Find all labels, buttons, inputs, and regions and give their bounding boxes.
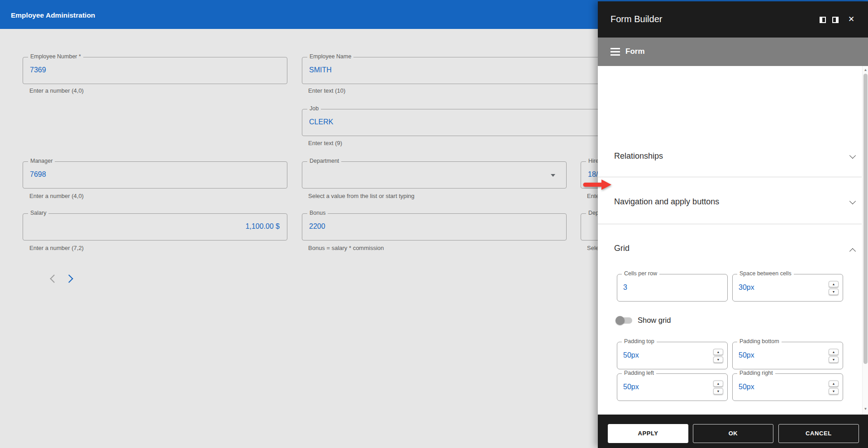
close-icon[interactable]: ✕ bbox=[846, 14, 856, 24]
manager-hint: Enter a number (4,0) bbox=[29, 193, 84, 199]
prev-record-button[interactable] bbox=[47, 272, 60, 285]
form-builder-panel: Form Builder ✕ Form Relationships Naviga… bbox=[598, 1, 868, 448]
field-value: 7369 bbox=[30, 66, 46, 74]
panel-menubar: Form bbox=[598, 38, 868, 66]
scroll-down-icon[interactable]: ▼ bbox=[863, 406, 868, 412]
chevron-left-icon bbox=[50, 274, 58, 283]
bonus-hint: Bonus = salary * commission bbox=[308, 245, 384, 251]
field-value: 50px bbox=[623, 351, 639, 359]
field-value: 2200 bbox=[309, 222, 325, 231]
field-value: SMITH bbox=[309, 66, 332, 74]
stepper: ▲ ▼ bbox=[713, 349, 723, 363]
section-label: Relationships bbox=[614, 151, 663, 161]
stepper-down-icon[interactable]: ▼ bbox=[829, 388, 839, 394]
field-label: Padding bottom bbox=[737, 338, 782, 344]
panel-titlebar: Form Builder ✕ bbox=[598, 1, 868, 38]
department2-hint: Sele bbox=[587, 245, 599, 251]
field-value: 3 bbox=[623, 283, 627, 292]
menu-label: Form bbox=[625, 47, 645, 56]
stepper-down-icon[interactable]: ▼ bbox=[713, 388, 723, 394]
field-label: Employee Number * bbox=[28, 53, 83, 60]
space-between-cells-input[interactable]: Space between cells 30px ▲ ▼ bbox=[732, 274, 843, 302]
field-value: 50px bbox=[623, 383, 639, 391]
field-label: Salary bbox=[28, 210, 48, 216]
stepper: ▲ ▼ bbox=[829, 380, 839, 394]
dock-left-icon[interactable] bbox=[820, 17, 826, 23]
scrollbar-thumb[interactable] bbox=[863, 74, 868, 364]
job-hint: Enter text (9) bbox=[308, 140, 342, 146]
chevron-down-icon bbox=[849, 152, 856, 159]
dock-right-icon[interactable] bbox=[832, 17, 839, 23]
manager-field[interactable]: Manager 7698 bbox=[23, 161, 287, 189]
section-label: Grid bbox=[614, 244, 630, 253]
section-relationships[interactable]: Relationships bbox=[598, 131, 862, 177]
field-value: 50px bbox=[739, 351, 754, 359]
salary-field[interactable]: Salary 1,100.00 $ bbox=[23, 213, 287, 241]
field-label: Padding left bbox=[622, 370, 656, 376]
employee-number-field[interactable]: Employee Number * 7369 bbox=[23, 57, 287, 84]
page-title: Employee Administration bbox=[11, 11, 95, 19]
employee-number-hint: Enter a number (4,0) bbox=[29, 87, 84, 94]
field-label: Cells per row bbox=[622, 270, 659, 277]
stepper: ▲ ▼ bbox=[829, 349, 839, 363]
section-grid[interactable]: Grid bbox=[598, 224, 862, 272]
field-value: 18/ bbox=[588, 170, 598, 179]
ok-button[interactable]: OK bbox=[693, 424, 773, 443]
show-grid-toggle[interactable] bbox=[617, 317, 632, 324]
field-value: 7698 bbox=[30, 170, 46, 179]
field-label: Manager bbox=[28, 158, 55, 164]
field-label: Department bbox=[307, 158, 341, 164]
field-value: 50px bbox=[739, 383, 754, 391]
panel-content: Relationships Navigation and apply butto… bbox=[598, 66, 868, 415]
field-label: Padding right bbox=[737, 370, 775, 376]
padding-right-input[interactable]: Padding right 50px ▲ ▼ bbox=[732, 373, 843, 401]
panel-scrollbar[interactable]: ▲ ▼ bbox=[862, 66, 868, 415]
stepper-up-icon[interactable]: ▲ bbox=[713, 349, 723, 355]
cells-per-row-input[interactable]: Cells per row 3 bbox=[617, 274, 728, 302]
chevron-down-icon bbox=[849, 198, 856, 204]
stepper: ▲ ▼ bbox=[713, 380, 723, 394]
apply-button[interactable]: APPLY bbox=[608, 424, 688, 443]
panel-title: Form Builder bbox=[610, 14, 662, 24]
toggle-knob bbox=[615, 316, 625, 325]
next-record-button[interactable] bbox=[63, 272, 77, 285]
hamburger-menu-icon[interactable] bbox=[610, 48, 620, 56]
department-select[interactable]: Department bbox=[302, 161, 567, 189]
stepper-up-icon[interactable]: ▲ bbox=[829, 380, 839, 387]
panel-footer: APPLY OK CANCEL bbox=[598, 415, 868, 448]
red-pointer-arrow-icon bbox=[582, 179, 612, 191]
field-value: 30px bbox=[739, 283, 754, 292]
employee-name-hint: Enter text (10) bbox=[308, 87, 345, 94]
hire-date-hint: Ente bbox=[587, 193, 599, 199]
padding-top-input[interactable]: Padding top 50px ▲ ▼ bbox=[617, 342, 728, 369]
field-label: Job bbox=[307, 105, 321, 112]
stepper-down-icon[interactable]: ▼ bbox=[829, 288, 839, 295]
department-hint: Select a value from the list or start ty… bbox=[308, 193, 415, 199]
field-label: Space between cells bbox=[737, 270, 794, 277]
field-label: Employee Name bbox=[307, 53, 353, 60]
stepper-down-icon[interactable]: ▼ bbox=[713, 356, 723, 363]
stepper-up-icon[interactable]: ▲ bbox=[829, 349, 839, 355]
field-label: Padding top bbox=[622, 338, 657, 344]
field-label: Bonus bbox=[307, 210, 328, 216]
stepper-down-icon[interactable]: ▼ bbox=[829, 356, 839, 363]
dropdown-arrow-icon[interactable] bbox=[551, 174, 555, 177]
stepper-up-icon[interactable]: ▲ bbox=[829, 281, 839, 287]
field-value: CLERK bbox=[309, 118, 333, 126]
chevron-up-icon bbox=[849, 248, 856, 255]
stepper: ▲ ▼ bbox=[829, 281, 839, 295]
padding-bottom-input[interactable]: Padding bottom 50px ▲ ▼ bbox=[732, 342, 843, 369]
section-navigation[interactable]: Navigation and apply buttons bbox=[598, 177, 862, 224]
bonus-field[interactable]: Bonus 2200 bbox=[302, 213, 567, 241]
stepper-up-icon[interactable]: ▲ bbox=[713, 380, 723, 387]
cancel-button[interactable]: CANCEL bbox=[778, 424, 859, 443]
section-label: Navigation and apply buttons bbox=[614, 197, 719, 207]
field-value: 1,100.00 $ bbox=[245, 222, 280, 231]
padding-left-input[interactable]: Padding left 50px ▲ ▼ bbox=[617, 373, 728, 401]
chevron-right-icon bbox=[65, 274, 73, 283]
salary-hint: Enter a number (7,2) bbox=[29, 245, 84, 251]
show-grid-label: Show grid bbox=[638, 316, 671, 325]
scroll-up-icon[interactable]: ▲ bbox=[863, 67, 868, 73]
